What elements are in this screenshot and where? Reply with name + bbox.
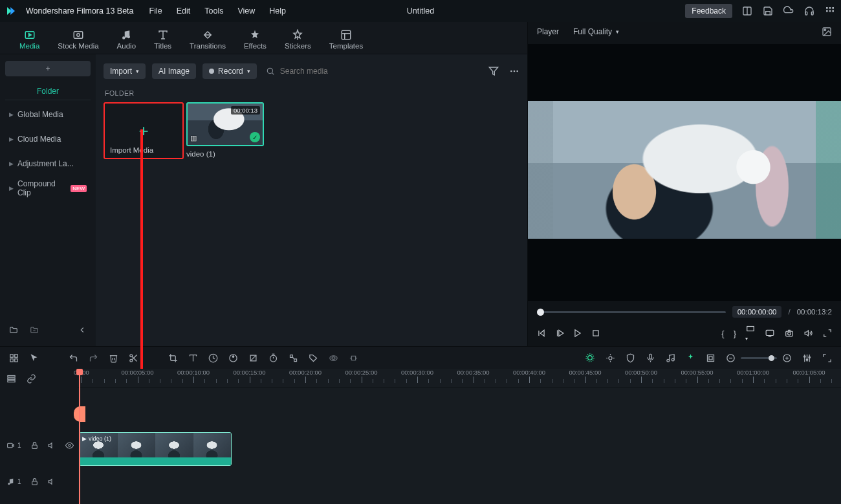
video-track-header[interactable]: 1: [6, 435, 71, 455]
search-input[interactable]: [280, 67, 384, 76]
tab-transitions[interactable]: Transitions: [190, 29, 226, 54]
more-icon[interactable]: [509, 66, 519, 76]
volume-icon[interactable]: [803, 329, 814, 338]
sidebar-item-compound[interactable]: ▶Compound ClipNEW: [5, 178, 91, 199]
zoom-slider[interactable]: [741, 357, 777, 359]
filter-icon[interactable]: [488, 66, 499, 76]
apps-icon[interactable]: [824, 5, 836, 17]
crop-zoom-icon[interactable]: [248, 353, 258, 363]
snapshot-icon[interactable]: [822, 27, 832, 37]
add-folder-button[interactable]: +: [5, 61, 91, 76]
sparkle-icon[interactable]: [686, 353, 695, 363]
player-tab[interactable]: Player: [537, 27, 559, 36]
tag-icon[interactable]: [309, 353, 318, 363]
music-icon[interactable]: [666, 353, 675, 363]
track-mute-icon[interactable]: [48, 441, 56, 450]
audio-track[interactable]: [78, 472, 841, 501]
zoom-out-icon[interactable]: [726, 353, 736, 363]
mark-out-icon[interactable]: }: [734, 329, 736, 338]
sidebar-item-cloud[interactable]: ▶Cloud Media: [5, 129, 91, 149]
tab-effects[interactable]: Effects: [244, 29, 267, 54]
layout-icon[interactable]: [741, 5, 753, 17]
color-icon[interactable]: [228, 353, 238, 363]
track-mute-icon[interactable]: [48, 477, 56, 486]
play-pause-icon[interactable]: [555, 329, 564, 338]
record-dropdown[interactable]: Record▾: [202, 63, 257, 79]
menu-help[interactable]: Help: [269, 6, 286, 16]
cut-icon[interactable]: [129, 353, 138, 363]
camera-icon[interactable]: [784, 329, 794, 338]
frame-icon[interactable]: [706, 353, 715, 363]
app-logo-icon: [5, 5, 17, 17]
audio-track-header[interactable]: 1: [6, 472, 71, 491]
seek-bar[interactable]: [537, 311, 726, 313]
speed-icon[interactable]: [208, 353, 218, 363]
quality-dropdown[interactable]: Full Quality▾: [573, 27, 619, 36]
expand-tool-icon[interactable]: [349, 353, 358, 363]
track-visible-icon[interactable]: [65, 441, 74, 450]
timer-icon[interactable]: [268, 353, 278, 363]
timeline-canvas[interactable]: 00:0000:00:05:0000:00:10:0000:00:15:0000…: [78, 369, 841, 504]
import-media-card[interactable]: + Import Media: [104, 102, 181, 170]
ai-image-button[interactable]: AI Image: [152, 63, 196, 79]
cloud-icon[interactable]: [783, 5, 794, 17]
tab-audio[interactable]: Audio: [117, 29, 136, 54]
sidebar-item-global[interactable]: ▶Global Media: [5, 104, 91, 125]
mark-in-icon[interactable]: {: [721, 329, 724, 338]
mask-icon[interactable]: [329, 353, 338, 363]
redo-icon[interactable]: [89, 353, 98, 363]
play-icon[interactable]: [573, 329, 582, 338]
stop-icon[interactable]: [591, 329, 600, 338]
track-lock-icon[interactable]: [30, 441, 39, 450]
playhead[interactable]: [79, 369, 80, 504]
menu-view[interactable]: View: [237, 6, 255, 16]
timeline-clip[interactable]: ▶ video (1): [79, 432, 232, 466]
tab-titles[interactable]: Titles: [154, 29, 171, 54]
time-ruler[interactable]: 00:0000:00:05:0000:00:10:0000:00:15:0000…: [78, 369, 841, 388]
keyframe-icon[interactable]: [289, 353, 298, 363]
display-icon[interactable]: [765, 329, 775, 338]
import-dropdown[interactable]: Import▾: [104, 63, 146, 79]
collapse-sidebar-icon[interactable]: [76, 324, 88, 336]
cursor-tool-icon[interactable]: [29, 353, 39, 363]
fit-icon[interactable]: [822, 353, 832, 363]
tab-templates[interactable]: Templates: [329, 29, 363, 54]
save-icon[interactable]: [762, 5, 774, 17]
search-box[interactable]: [266, 67, 384, 76]
svg-line-24: [272, 72, 274, 74]
fullscreen-icon[interactable]: [823, 329, 832, 338]
tab-stock[interactable]: Stock Media: [58, 29, 98, 54]
video-track[interactable]: ▶ video (1): [78, 431, 841, 468]
enhance-icon[interactable]: [606, 353, 615, 363]
new-folder-icon[interactable]: [8, 324, 19, 336]
text-icon[interactable]: [188, 353, 198, 363]
media-clip-card[interactable]: 00:00:13 ▥ ✓ video (1): [186, 102, 264, 170]
prev-frame-icon[interactable]: [537, 329, 546, 338]
select-tool-icon[interactable]: [9, 353, 19, 363]
menu-tools[interactable]: Tools: [204, 6, 223, 16]
tab-stickers[interactable]: Stickers: [285, 29, 311, 54]
zoom-in-icon[interactable]: [782, 353, 792, 363]
preview-viewport[interactable]: [528, 44, 841, 301]
delete-icon[interactable]: [109, 353, 118, 363]
sidebar-item-adjustment[interactable]: ▶Adjustment La...: [5, 153, 91, 174]
ai-tool-icon[interactable]: [585, 353, 595, 363]
tab-media[interactable]: Media: [19, 29, 39, 54]
mic-icon[interactable]: [646, 353, 655, 363]
shield-icon[interactable]: [626, 353, 635, 363]
feedback-button[interactable]: Feedback: [685, 4, 732, 18]
mixer-icon[interactable]: [802, 353, 812, 363]
crop-icon[interactable]: [168, 353, 178, 363]
folder-label[interactable]: Folder: [5, 80, 91, 100]
track-lock-icon[interactable]: [30, 477, 39, 486]
undo-icon[interactable]: [69, 353, 78, 363]
folder-link-icon[interactable]: [28, 324, 40, 336]
track-manage-icon[interactable]: [6, 374, 16, 384]
menu-edit[interactable]: Edit: [177, 6, 191, 16]
seek-knob[interactable]: [537, 309, 544, 316]
menu-file[interactable]: File: [149, 6, 162, 16]
support-icon[interactable]: [803, 5, 815, 17]
ratio-icon[interactable]: ▾: [745, 324, 756, 342]
link-icon[interactable]: [27, 374, 36, 384]
zoom-knob[interactable]: [769, 355, 774, 361]
